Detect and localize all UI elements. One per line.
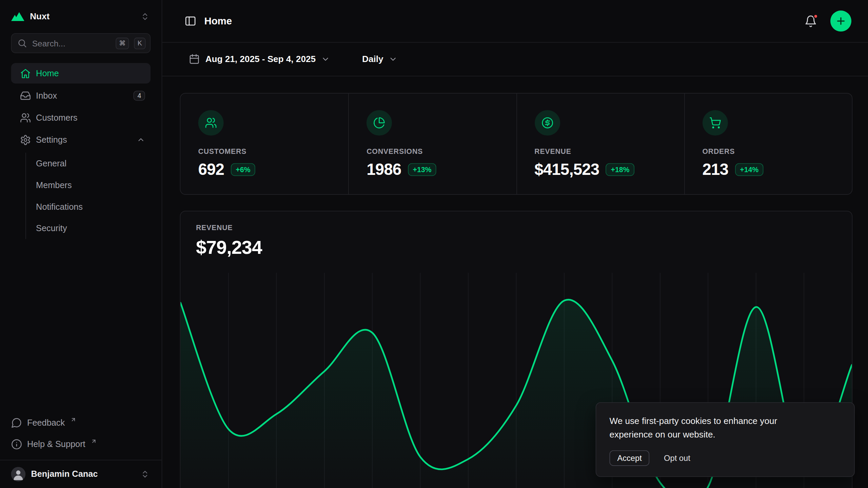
date-range-picker[interactable]: Aug 21, 2025 - Sep 4, 2025 — [185, 53, 333, 65]
chevron-down-icon — [321, 55, 330, 64]
user-name: Benjamin Canac — [31, 469, 98, 479]
sidebar-item-label: Customers — [36, 113, 77, 122]
stat-delta-badge: +14% — [735, 163, 764, 176]
gear-icon — [20, 134, 31, 145]
stat-value: 1986 — [367, 160, 401, 179]
inbox-icon — [20, 90, 31, 101]
kbd-cmd: ⌘ — [116, 37, 129, 49]
sidebar-item-security[interactable]: Security — [36, 218, 151, 239]
dashboard-app: Nuxt Search... ⌘ K Home Inbox 4 — [0, 0, 868, 488]
stat-revenue[interactable]: REVENUE $415,523 +18% — [516, 94, 684, 195]
sidebar-spacer — [0, 245, 162, 408]
search-icon — [17, 38, 27, 48]
stat-delta-badge: +13% — [408, 163, 436, 176]
stat-label: ORDERS — [702, 147, 834, 155]
add-button[interactable] — [830, 11, 851, 32]
users-icon — [20, 112, 31, 123]
search-placeholder: Search... — [32, 38, 111, 48]
user-menu[interactable]: Benjamin Canac — [0, 460, 162, 488]
stat-orders[interactable]: ORDERS 213 +14% — [684, 94, 852, 195]
sidebar-item-inbox[interactable]: Inbox 4 — [11, 85, 151, 105]
external-link-icon — [70, 416, 76, 423]
feedback-link[interactable]: Feedback — [11, 412, 151, 432]
page-title: Home — [204, 15, 232, 27]
revenue-chart-value: $79,234 — [196, 237, 836, 259]
sidebar-item-label: Home — [36, 68, 59, 78]
stat-value: $415,523 — [534, 160, 599, 179]
stat-delta-badge: +6% — [231, 163, 255, 176]
stat-label: CUSTOMERS — [198, 147, 331, 155]
settings-subnav: General Members Notifications Security — [25, 153, 151, 239]
home-icon — [20, 68, 31, 79]
chevrons-up-down-icon[interactable] — [139, 11, 151, 22]
sidebar-item-home[interactable]: Home — [11, 63, 151, 83]
sidebar-item-label: Settings — [36, 135, 67, 145]
chevrons-up-down-icon — [139, 469, 151, 480]
date-range-value: Aug 21, 2025 - Sep 4, 2025 — [205, 54, 316, 64]
cookie-banner: We use first-party cookies to enhance yo… — [596, 403, 855, 477]
inbox-count-badge: 4 — [134, 90, 145, 100]
sidebar-item-members[interactable]: Members — [36, 174, 151, 196]
pie-chart-icon — [367, 110, 392, 136]
granularity-select[interactable]: Daily — [359, 54, 401, 65]
revenue-chart-label: REVENUE — [196, 224, 836, 232]
sidebar: Nuxt Search... ⌘ K Home Inbox 4 — [0, 0, 162, 488]
sidebar-item-settings[interactable]: Settings — [11, 129, 151, 150]
stat-customers[interactable]: CUSTOMERS 692 +6% — [180, 94, 348, 195]
users-icon — [198, 110, 223, 136]
chat-bubble-icon — [11, 417, 22, 428]
sidebar-footer-links: Feedback Help & Support — [0, 408, 162, 460]
sidebar-item-notifications[interactable]: Notifications — [36, 196, 151, 218]
chevron-down-icon — [389, 55, 398, 64]
stat-delta-badge: +18% — [606, 163, 634, 176]
workspace-name: Nuxt — [30, 12, 50, 21]
kbd-k: K — [134, 37, 145, 49]
plus-icon — [835, 16, 847, 27]
chevron-up-icon — [137, 136, 145, 144]
nuxt-logo-icon — [11, 12, 24, 21]
workspace-switcher[interactable]: Nuxt — [0, 0, 162, 29]
feedback-label: Feedback — [27, 418, 65, 427]
avatar — [11, 467, 25, 481]
stats-row: CUSTOMERS 692 +6% CONVERSIONS 1986 +13% — [180, 93, 853, 195]
header-actions — [803, 11, 851, 32]
sidebar-toggle-icon[interactable] — [184, 15, 197, 27]
stat-label: REVENUE — [534, 147, 666, 155]
cookie-message: We use first-party cookies to enhance yo… — [610, 415, 801, 442]
top-header: Home — [162, 0, 868, 43]
help-support-label: Help & Support — [27, 439, 85, 449]
info-circle-icon — [11, 439, 22, 450]
filter-bar: Aug 21, 2025 - Sep 4, 2025 Daily — [162, 43, 868, 77]
stat-value: 213 — [702, 160, 728, 179]
circle-dollar-icon — [534, 110, 560, 136]
calendar-icon — [189, 54, 200, 65]
sidebar-item-general[interactable]: General — [36, 153, 151, 175]
stat-value: 692 — [198, 160, 224, 179]
stat-label: CONVERSIONS — [367, 147, 498, 155]
search-input[interactable]: Search... ⌘ K — [11, 33, 151, 53]
sidebar-item-customers[interactable]: Customers — [11, 107, 151, 128]
stat-conversions[interactable]: CONVERSIONS 1986 +13% — [348, 94, 516, 195]
external-link-icon — [91, 438, 97, 444]
cart-icon — [702, 110, 728, 136]
granularity-value: Daily — [362, 54, 383, 64]
help-support-link[interactable]: Help & Support — [11, 434, 151, 454]
notification-dot — [813, 14, 818, 19]
sidebar-item-label: Inbox — [36, 90, 57, 100]
cookie-accept-button[interactable]: Accept — [610, 450, 650, 466]
notifications-button[interactable] — [803, 14, 818, 28]
sidebar-nav: Home Inbox 4 Customers Settings General — [0, 59, 162, 245]
cookie-optout-button[interactable]: Opt out — [660, 453, 693, 463]
